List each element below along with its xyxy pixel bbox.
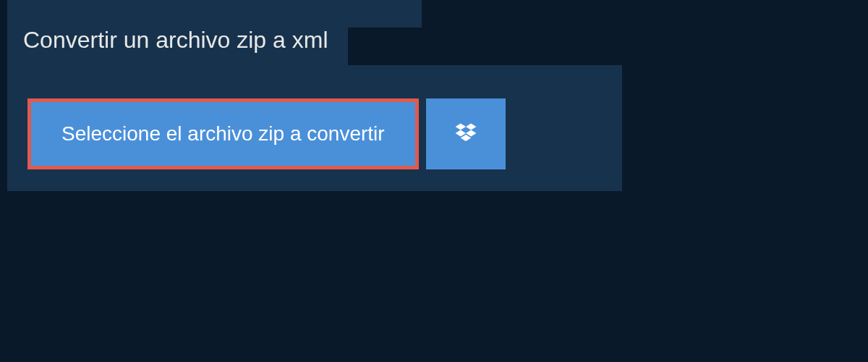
dropbox-icon (453, 121, 479, 147)
page-title: Convertir un archivo zip a xml (23, 27, 328, 53)
dropbox-button[interactable] (426, 98, 506, 169)
select-file-button[interactable]: Seleccione el archivo zip a convertir (27, 98, 419, 169)
tab-header: Convertir un archivo zip a xml (7, 15, 348, 65)
converter-panel: Convertir un archivo zip a xml Seleccion… (7, 65, 622, 191)
button-row: Seleccione el archivo zip a convertir (7, 78, 622, 169)
select-file-label: Seleccione el archivo zip a convertir (61, 122, 385, 145)
